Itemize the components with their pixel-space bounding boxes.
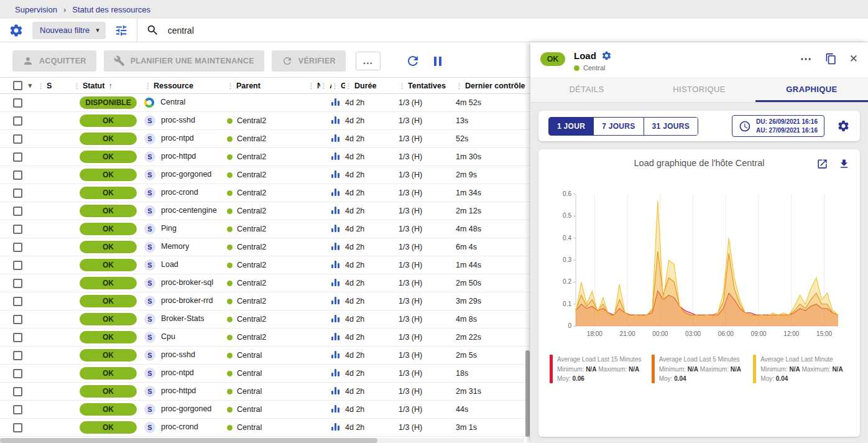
row-checkbox[interactable] xyxy=(13,333,22,342)
resource-name[interactable]: proc-centengine xyxy=(161,206,217,215)
horizontal-scrollbar-thumb[interactable] xyxy=(0,438,377,443)
resource-name[interactable]: proc-crond xyxy=(161,422,198,431)
pause-icon[interactable] xyxy=(434,57,441,66)
row-checkbox[interactable] xyxy=(13,152,22,162)
resource-name[interactable]: proc-ntpd xyxy=(161,134,194,142)
column-drag-icon[interactable]: ⋮ xyxy=(37,82,44,90)
header-resource[interactable]: Ressource xyxy=(154,82,193,90)
legend-item[interactable]: Average Load Last 5 MinutesMinimum: N/A … xyxy=(652,355,747,384)
horizontal-scrollbar[interactable] xyxy=(0,438,524,443)
table-row[interactable]: OKSproc-sshdCentral4d 2h1/3 (H)2m 5s xyxy=(0,347,530,365)
panel-settings-gear-icon[interactable] xyxy=(601,50,612,61)
row-checkbox[interactable] xyxy=(13,243,22,252)
legend-item[interactable]: Average Load Last MinuteMinimum: N/A Max… xyxy=(753,355,849,384)
tab-détails[interactable]: DÉTAILS xyxy=(530,77,643,102)
parent-name[interactable]: Central2 xyxy=(237,152,266,161)
copy-link-icon[interactable] xyxy=(825,53,837,65)
row-checkbox[interactable] xyxy=(13,369,22,378)
resource-name[interactable]: proc-gorgoned xyxy=(161,170,211,179)
resource-name[interactable]: Ping xyxy=(161,224,177,233)
row-checkbox[interactable] xyxy=(13,189,22,198)
parent-name[interactable]: Central2 xyxy=(237,207,266,215)
row-checkbox[interactable] xyxy=(13,315,22,324)
resource-name[interactable]: proc-broker-rrd xyxy=(161,296,213,305)
graph-icon[interactable] xyxy=(331,404,339,413)
check-button[interactable]: VÉRIFIER xyxy=(272,50,346,72)
filter-select[interactable]: Nouveau filtre ▾ xyxy=(32,22,106,39)
parent-name[interactable]: Central2 xyxy=(237,315,266,324)
graph-icon[interactable] xyxy=(331,386,339,394)
table-row[interactable]: OKSproc-broker-sqlCentral24d 2h1/3 (H)2m… xyxy=(0,274,530,292)
range-button[interactable]: 1 JOUR xyxy=(549,118,594,135)
parent-name[interactable]: Central xyxy=(237,351,262,360)
header-duration[interactable]: Durée xyxy=(354,82,376,90)
row-checkbox[interactable] xyxy=(13,423,22,432)
row-checkbox[interactable] xyxy=(13,207,22,216)
parent-name[interactable]: Central2 xyxy=(237,116,266,125)
row-checkbox[interactable] xyxy=(13,116,22,126)
parent-name[interactable]: Central2 xyxy=(237,261,266,269)
graph-icon[interactable] xyxy=(331,242,339,250)
resource-name[interactable]: proc-httpd xyxy=(161,386,196,395)
range-button[interactable]: 31 JOURS xyxy=(644,118,698,135)
graph-settings-gear-icon[interactable] xyxy=(837,119,850,133)
load-chart-svg[interactable]: 18:0021:0000:0003:0006:0009:0012:0015:00… xyxy=(551,188,848,345)
downtime-button[interactable]: PLANIFIER UNE MAINTENANCE xyxy=(104,50,264,72)
row-checkbox[interactable] xyxy=(13,98,22,108)
row-checkbox[interactable] xyxy=(13,387,22,396)
acknowledge-button[interactable]: ACQUITTER xyxy=(12,50,96,72)
graph-icon[interactable] xyxy=(331,422,339,431)
table-row[interactable]: OKSproc-ntpdCentral4d 2h1/3 (H)18s xyxy=(0,365,530,383)
resource-name[interactable]: proc-crond xyxy=(161,188,198,197)
table-row[interactable]: OKSproc-gorgonedCentral4d 2h1/3 (H)44s xyxy=(0,401,530,419)
row-checkbox[interactable] xyxy=(13,261,22,270)
row-checkbox[interactable] xyxy=(13,225,22,234)
resource-name[interactable]: Memory xyxy=(161,242,189,251)
parent-name[interactable]: Central xyxy=(237,423,262,432)
graph-icon[interactable] xyxy=(331,98,339,106)
resource-name[interactable]: Load xyxy=(161,260,178,269)
table-row[interactable]: DISPONIBLECentral4d 2h1/3 (H)4m 52s xyxy=(0,94,530,112)
tab-historique[interactable]: HISTORIQUE xyxy=(643,77,755,102)
parent-name[interactable]: Central2 xyxy=(237,243,266,251)
column-drag-icon[interactable]: ⋮ xyxy=(345,82,352,90)
column-drag-icon[interactable]: ⋮ xyxy=(308,82,315,90)
breadcrumb-section[interactable]: Supervision xyxy=(15,5,57,14)
graph-icon[interactable] xyxy=(331,278,339,286)
header-severity[interactable]: S xyxy=(47,82,52,90)
select-all-caret-icon[interactable]: ▾ xyxy=(28,82,32,89)
table-row[interactable]: OKSBroker-StatsCentral24d 2h1/3 (H)4m 8s xyxy=(0,310,530,329)
graph-icon[interactable] xyxy=(331,152,339,160)
parent-name[interactable]: Central2 xyxy=(237,189,266,197)
resource-name[interactable]: Central xyxy=(160,98,185,106)
table-row[interactable]: OKSproc-httpdCentral4d 2h1/3 (H)2m 31s xyxy=(0,383,530,401)
panel-more-icon[interactable]: ⋯ xyxy=(800,53,813,65)
graph-icon[interactable] xyxy=(331,260,339,268)
refresh-icon[interactable] xyxy=(405,54,420,68)
graph-icon[interactable] xyxy=(331,188,339,196)
parent-name[interactable]: Central xyxy=(237,405,262,414)
parent-name[interactable]: Central2 xyxy=(237,134,266,143)
table-row[interactable]: OKSPingCentral24d 2h1/3 (H)4m 48s xyxy=(0,220,530,238)
graph-icon[interactable] xyxy=(331,116,339,124)
column-drag-icon[interactable]: ⋮ xyxy=(456,82,463,90)
parent-name[interactable]: Central2 xyxy=(237,297,266,305)
tab-graphique[interactable]: GRAPHIQUE xyxy=(755,77,868,102)
column-drag-icon[interactable]: ⋮ xyxy=(331,82,338,90)
graph-icon[interactable] xyxy=(331,170,339,178)
parent-name[interactable]: Central2 xyxy=(237,170,266,179)
row-checkbox[interactable] xyxy=(13,134,22,144)
table-row[interactable]: OKSproc-crondCentral4d 2h1/3 (H)3m 1s xyxy=(0,419,530,437)
graph-icon[interactable] xyxy=(331,314,339,322)
graph-icon[interactable] xyxy=(331,368,339,376)
resource-name[interactable]: proc-sshd xyxy=(161,350,195,359)
open-in-new-icon[interactable] xyxy=(816,158,828,170)
table-row[interactable]: OKSproc-centengineCentral24d 2h1/3 (H)2m… xyxy=(0,202,530,220)
search-input[interactable] xyxy=(168,26,859,35)
parent-name[interactable]: Central2 xyxy=(237,333,266,342)
column-drag-icon[interactable]: ⋮ xyxy=(73,82,80,90)
table-row[interactable]: OKSproc-httpdCentral24d 2h1/3 (H)1m 30s xyxy=(0,148,530,166)
resource-name[interactable]: proc-sshd xyxy=(161,116,195,124)
table-row[interactable]: OKSproc-sshdCentral24d 2h1/3 (H)13s xyxy=(0,112,530,130)
vertical-scrollbar-thumb[interactable] xyxy=(525,350,530,437)
